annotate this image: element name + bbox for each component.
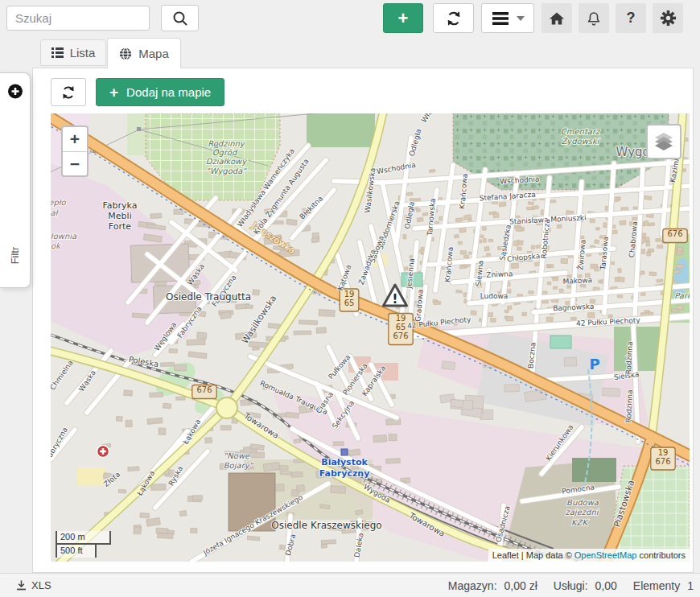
stat-elementy: Elementy 1 <box>633 579 694 592</box>
svg-text:Mebli: Mebli <box>108 211 131 221</box>
hospital-marker[interactable] <box>97 446 109 458</box>
zoom-in-button[interactable]: + <box>63 127 87 151</box>
stat-magazyn: Magazyn: 0,00 zł <box>448 579 537 592</box>
scale-control: 200 m 500 ft <box>56 531 111 558</box>
search-button[interactable] <box>161 5 199 31</box>
svg-text:Park: Park <box>674 291 690 300</box>
svg-text:KZK: KZK <box>571 518 589 527</box>
svg-text:676: 676 <box>667 229 682 238</box>
stat-magazyn-value: 0,00 zł <box>504 579 537 592</box>
stat-uslugi-value: 0,00 <box>595 579 617 592</box>
filter-label: Filtr <box>9 241 21 270</box>
osm-link[interactable]: OpenStreetMap <box>574 550 637 560</box>
svg-text:676: 676 <box>196 385 212 394</box>
svg-text:Makowa: Makowa <box>562 276 592 286</box>
zoom-out-button[interactable]: − <box>63 151 87 175</box>
svg-text:Bojary": Bojary" <box>224 461 254 471</box>
svg-text:Osiedle Kraszewskiego: Osiedle Kraszewskiego <box>271 520 381 531</box>
xls-export[interactable]: XLS <box>16 574 51 597</box>
svg-text:P: P <box>589 356 599 373</box>
svg-text:19: 19 <box>658 448 669 457</box>
plus-circle-icon[interactable] <box>7 84 23 99</box>
svg-text:łownia: łownia <box>51 232 77 241</box>
svg-text:Działkowy: Działkowy <box>206 157 247 167</box>
add-on-map-label: Dodaj na mapie <box>126 85 211 99</box>
svg-text:676: 676 <box>393 331 408 340</box>
svg-text:Forte: Forte <box>109 221 132 232</box>
search-input[interactable] <box>6 6 150 31</box>
hamburger-icon <box>492 11 509 26</box>
road-shield: 676 <box>192 385 216 399</box>
svg-text:Białystok: Białystok <box>321 457 368 467</box>
road-shield: 676 <box>663 229 687 243</box>
attribution-suffix: contributors <box>636 550 686 560</box>
home-icon <box>549 10 565 27</box>
svg-text:Budowa: Budowa <box>566 498 599 507</box>
map-refresh-button[interactable] <box>51 78 86 106</box>
zoom-control: + − <box>61 126 89 177</box>
parking-marker[interactable]: P <box>589 356 599 373</box>
chevron-down-icon <box>517 16 525 21</box>
svg-text:19: 19 <box>344 290 355 298</box>
attribution-prefix: Leaflet | Map data © <box>492 550 574 560</box>
svg-text:Fabryczny: Fabryczny <box>319 468 370 479</box>
tab-mapa-label: Mapa <box>138 47 169 60</box>
svg-text:Ludowa: Ludowa <box>480 292 509 300</box>
xls-label: XLS <box>31 579 51 591</box>
svg-text:Fabryka: Fabryka <box>103 200 138 211</box>
scale-imperial: 500 ft <box>56 543 97 558</box>
road-shield: 1965 <box>340 289 359 311</box>
layers-control[interactable] <box>646 124 681 159</box>
svg-text:zajezdni: zajezdni <box>565 508 599 517</box>
stat-elementy-value: 1 <box>687 579 694 592</box>
help-button[interactable]: ? <box>616 3 646 33</box>
add-on-map-button[interactable]: + Dodaj na mapie <box>96 78 224 106</box>
stat-uslugi-label: Usługi: <box>554 579 588 592</box>
svg-text:65: 65 <box>344 298 355 307</box>
stat-magazyn-label: Magazyn: <box>448 579 497 592</box>
svg-text:Cmentarz: Cmentarz <box>561 127 601 136</box>
globe-icon <box>119 47 132 60</box>
bell-icon <box>586 10 602 27</box>
station-marker[interactable] <box>341 449 348 455</box>
svg-text:Żniwna: Żniwna <box>486 270 513 279</box>
tab-mapa[interactable]: Mapa <box>107 38 181 68</box>
list-icon <box>51 47 64 58</box>
svg-text:19: 19 <box>396 314 406 323</box>
menu-button[interactable] <box>481 3 534 33</box>
settings-button[interactable] <box>653 3 683 33</box>
svg-text:!: ! <box>393 292 398 307</box>
notifications-button[interactable] <box>579 3 609 33</box>
svg-text:65: 65 <box>396 323 406 331</box>
stat-uslugi: Usługi: 0,00 <box>554 579 617 592</box>
svg-text:Żydowski: Żydowski <box>561 136 599 146</box>
add-button[interactable]: + <box>383 3 423 33</box>
status-bar: XLS Magazyn: 0,00 zł Usługi: 0,00 Elemen… <box>0 573 700 597</box>
map-canvas[interactable]: 1965196567667667619676 JaroszówkaWasilko… <box>51 113 690 562</box>
tab-lista[interactable]: Lista <box>40 39 106 66</box>
gear-icon <box>660 10 677 27</box>
home-button[interactable] <box>541 3 572 33</box>
svg-text:Osiedle Traugutta: Osiedle Traugutta <box>166 291 251 303</box>
svg-text:676: 676 <box>655 457 670 466</box>
road-shield: 19676 <box>651 447 675 470</box>
stat-elementy-label: Elementy <box>633 579 680 592</box>
plus-icon: + <box>109 84 118 101</box>
map-tiles: 1965196567667667619676 JaroszówkaWasilko… <box>51 113 690 562</box>
content-panel: + Dodaj na mapie <box>32 68 694 573</box>
refresh-icon <box>60 84 76 101</box>
refresh-button[interactable] <box>433 3 474 33</box>
search-icon <box>171 10 189 27</box>
svg-text:"Nowe: "Nowe <box>224 451 250 460</box>
svg-text:"Wygoda": "Wygoda" <box>206 167 247 176</box>
download-icon <box>16 580 27 591</box>
svg-text:epło: epło <box>51 198 67 208</box>
filter-flap[interactable]: Filtr <box>0 72 31 288</box>
map-attribution: Leaflet | Map data © OpenStreetMap contr… <box>488 549 690 562</box>
tab-lista-label: Lista <box>70 46 96 60</box>
layers-icon <box>653 131 674 152</box>
refresh-icon <box>445 10 463 27</box>
